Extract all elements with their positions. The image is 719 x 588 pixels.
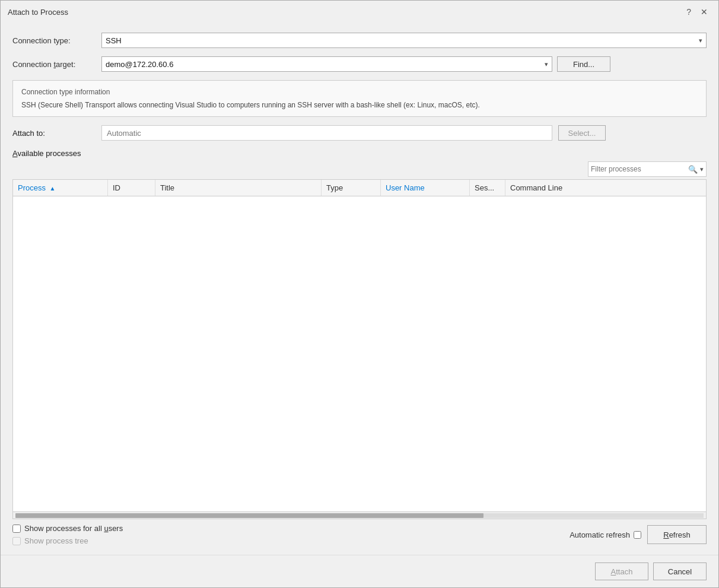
column-header-type[interactable]: Type [322,180,381,196]
show-all-users-checkbox[interactable] [12,525,21,533]
attach-to-row: Attach to: Select... [12,125,707,141]
bottom-controls: Show processes for all users Show proces… [12,524,707,545]
filter-row: 🔍 ▾ [12,161,707,177]
horizontal-scrollbar[interactable] [13,511,706,519]
auto-refresh-text: Automatic refresh [570,530,630,539]
connection-target-label: Connection target: [12,60,96,69]
cancel-button[interactable]: Cancel [653,562,707,580]
show-process-tree-row[interactable]: Show process tree [12,536,123,545]
attach-to-label: Attach to: [12,129,96,138]
checkboxes: Show processes for all users Show proces… [12,524,123,545]
filter-processes-input[interactable] [591,165,686,173]
attach-to-input[interactable] [101,125,552,141]
available-processes-section: Available processes 🔍 ▾ Process ▲ [12,149,707,545]
auto-refresh-checkbox[interactable] [634,531,641,539]
column-header-username[interactable]: User Name [381,180,470,196]
help-button[interactable]: ? [683,7,695,17]
connection-type-control: SSH ▾ [101,33,707,48]
connection-info-box: Connection type information SSH (Secure … [12,80,707,117]
refresh-button[interactable]: Refresh [647,525,707,544]
show-all-users-row[interactable]: Show processes for all users [12,524,123,533]
process-table: Process ▲ ID Title Type User Name [12,179,707,519]
table-header: Process ▲ ID Title Type User Name [13,180,706,196]
column-header-title[interactable]: Title [155,180,322,196]
dialog-title: Attach to Process [8,8,68,17]
sort-asc-icon: ▲ [50,185,56,192]
column-header-cmdline[interactable]: Command Line [505,180,706,196]
connection-target-row: Connection target: demo@172.20.60.6 ▾ Fi… [12,56,707,72]
connection-type-value: SSH [106,36,122,45]
connection-info-text: SSH (Secure Shell) Transport allows conn… [21,100,698,110]
chevron-down-icon: ▾ [699,37,702,45]
connection-type-label-text: Connection type: [12,36,71,45]
connection-target-value: demo@172.20.60.6 [106,60,173,69]
column-header-ses[interactable]: Ses... [470,180,505,196]
available-processes-title: Available processes [12,149,707,158]
connection-type-select[interactable]: SSH ▾ [101,33,707,48]
close-button[interactable]: ✕ [697,7,711,17]
dialog-content: Connection type: SSH ▾ Connection target… [1,23,718,555]
show-all-users-label: Show processes for all users [24,524,123,533]
title-bar-controls: ? ✕ [683,7,711,17]
connection-target-control: demo@172.20.60.6 ▾ Find... [101,56,707,72]
attach-button[interactable]: Attach [595,562,648,580]
search-icon: 🔍 [688,165,698,174]
connection-info-title: Connection type information [21,87,698,97]
connection-target-input[interactable]: demo@172.20.60.6 ▾ [101,56,552,72]
attach-to-process-dialog: Attach to Process ? ✕ Connection type: S… [0,0,719,588]
connection-type-row: Connection type: SSH ▾ [12,33,707,48]
available-title-text: vailable processes [17,149,81,158]
scrollbar-track [15,513,704,518]
filter-dropdown-icon[interactable]: ▾ [700,166,704,173]
title-bar: Attach to Process ? ✕ [1,1,718,23]
auto-refresh-label[interactable]: Automatic refresh [570,530,641,539]
column-header-id[interactable]: ID [108,180,155,196]
show-process-tree-label: Show process tree [24,536,88,545]
scrollbar-thumb [15,513,483,518]
filter-input-wrap: 🔍 ▾ [588,161,707,177]
show-process-tree-checkbox[interactable] [12,537,21,545]
column-header-process[interactable]: Process ▲ [13,180,108,196]
table-body [13,196,706,511]
chevron-down-icon: ▾ [545,61,548,68]
select-button[interactable]: Select... [558,125,606,141]
connection-type-label: Connection type: [12,36,96,45]
find-button[interactable]: Find... [557,56,610,72]
dialog-footer: Attach Cancel [1,555,718,587]
right-controls: Automatic refresh Refresh [570,525,707,544]
